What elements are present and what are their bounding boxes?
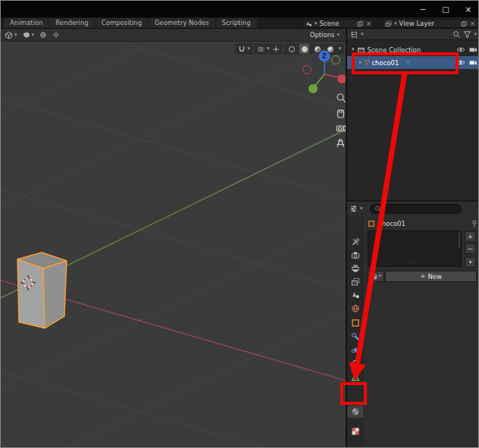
pivot-icon	[52, 31, 60, 39]
search-icon[interactable]	[452, 30, 461, 39]
remove-material-slot-button[interactable]: −	[465, 243, 476, 254]
gizmo-y-ball[interactable]	[308, 84, 318, 93]
constraints-icon	[351, 359, 360, 368]
tab-texture[interactable]	[348, 425, 363, 437]
tab-tool[interactable]	[348, 236, 363, 248]
new-material-button[interactable]: + New	[385, 271, 477, 282]
breadcrumb-object-name: choco01	[378, 220, 405, 227]
duplicate-icon[interactable]	[461, 20, 468, 27]
tool-icon	[351, 237, 360, 246]
object-icon	[368, 220, 375, 227]
chevron-down-icon: ▾	[394, 21, 397, 27]
blender-window: ─ □ × Animation Rendering Compositing Ge…	[0, 0, 479, 448]
material-slots-list[interactable]: ⋯	[368, 230, 462, 267]
visibility-eye-icon[interactable]	[456, 46, 465, 53]
visibility-eye-icon[interactable]	[456, 59, 465, 66]
filter-funnel-icon[interactable]	[463, 30, 471, 39]
perspective-toggle-icon[interactable]	[337, 139, 345, 147]
list-resize-grip[interactable]: ⋯	[368, 260, 461, 266]
gizmo-x-ball[interactable]	[337, 74, 346, 83]
view-layer-value: View Layer	[399, 20, 435, 27]
gizmo-x-neg-ball[interactable]	[303, 66, 312, 74]
pin-icon[interactable]	[471, 220, 478, 228]
move-view-hand-icon[interactable]	[338, 110, 344, 117]
tab-render[interactable]	[348, 249, 363, 262]
list-scrollbar[interactable]	[459, 233, 460, 248]
properties-editor-icon[interactable]	[349, 205, 358, 213]
tab-constraints[interactable]	[348, 358, 363, 370]
collapse-arrow-icon[interactable]: ▾	[352, 47, 355, 52]
outliner-row-scene-collection[interactable]: ▾ Scene Collection	[347, 43, 479, 56]
globe-icon	[39, 31, 47, 39]
material-sphere-icon	[351, 407, 360, 416]
cube-object[interactable]	[17, 252, 67, 328]
chevron-down-icon: ▾	[315, 21, 318, 27]
gizmo-z-label: Z	[322, 53, 327, 60]
render-visibility-camera-icon[interactable]	[468, 59, 477, 66]
tab-output[interactable]	[348, 262, 363, 274]
tab-view-layer[interactable]	[348, 276, 363, 288]
scene-selector[interactable]: ▾ Scene ×	[302, 19, 374, 28]
properties-search-input[interactable]	[384, 205, 452, 212]
tab-physics[interactable]	[348, 344, 363, 356]
output-printer-icon	[351, 264, 360, 273]
zoom-tool-icon[interactable]	[337, 94, 346, 102]
properties-search-box[interactable]	[370, 204, 462, 214]
modifiers-wrench-icon	[351, 332, 360, 341]
scene-properties-icon	[351, 290, 360, 299]
camera-view-icon[interactable]	[337, 126, 346, 132]
tab-compositing[interactable]: Compositing	[95, 18, 148, 28]
chevron-down-icon: ▾	[361, 32, 364, 37]
tab-animation[interactable]: Animation	[4, 18, 49, 28]
outliner-header: ▾ ▾	[347, 29, 479, 40]
viewport-3d: ▾ ▾	[1, 29, 346, 448]
tab-object-data[interactable]	[348, 371, 363, 384]
view-layer-icon	[385, 20, 392, 27]
new-material-label: New	[428, 273, 443, 280]
transform-orientation-button[interactable]	[39, 31, 47, 39]
tab-object[interactable]	[348, 317, 363, 329]
mesh-object-icon: ▽	[365, 59, 370, 66]
tab-rendering[interactable]: Rendering	[49, 18, 94, 28]
chevron-down-icon: ▾	[360, 206, 363, 211]
tab-scripting[interactable]: Scripting	[216, 18, 257, 28]
properties-panel: ▾	[347, 202, 479, 448]
expand-arrow-icon[interactable]: ▸	[359, 60, 362, 65]
viewport-canvas[interactable]: Z	[1, 42, 346, 448]
view-layer-selector[interactable]: ▾ View Layer ×	[382, 19, 478, 28]
outliner-row-choco01[interactable]: ▸ ▽ choco01 ▽	[347, 56, 479, 69]
outliner-editor-icon[interactable]	[350, 30, 358, 39]
tab-world[interactable]	[348, 302, 363, 315]
pivot-point-button[interactable]	[52, 31, 60, 39]
duplicate-icon[interactable]	[357, 20, 364, 27]
render-properties-icon	[351, 251, 360, 260]
unlink-scene-icon[interactable]: ×	[366, 20, 371, 27]
chevron-down-icon: ▾	[337, 33, 340, 38]
maximize-button[interactable]: □	[434, 1, 457, 17]
editor-type-dropdown[interactable]: ▾	[5, 31, 17, 39]
physics-icon	[351, 346, 360, 355]
chevron-down-icon: ▾	[32, 33, 35, 38]
tab-modifiers[interactable]	[348, 331, 363, 343]
browse-material-dropdown[interactable]: ▾	[368, 271, 384, 282]
plus-icon: +	[420, 273, 426, 280]
object-data-icon	[351, 373, 360, 382]
tab-scene[interactable]	[348, 289, 363, 301]
render-visibility-camera-icon[interactable]	[468, 46, 477, 53]
search-icon	[374, 205, 381, 212]
mesh-data-icon: ▽	[405, 60, 410, 66]
add-material-slot-button[interactable]: +	[465, 231, 476, 242]
mode-dropdown[interactable]: ▾	[23, 31, 35, 39]
viewport-editor-icon	[5, 31, 13, 39]
options-dropdown[interactable]: Options ▾	[310, 31, 342, 39]
close-button[interactable]: ×	[457, 1, 479, 17]
scene-icon	[305, 20, 312, 27]
gizmo-y-neg-ball[interactable]	[332, 56, 340, 64]
right-column: ▾ ▾ ▾ Scene Collection	[347, 29, 479, 448]
material-specials-menu-button[interactable]: ▾	[465, 257, 476, 268]
tab-material[interactable]	[347, 406, 363, 418]
grid-lines	[1, 42, 346, 448]
tab-geometry-nodes[interactable]: Geometry Nodes	[149, 18, 215, 28]
minimize-button[interactable]: ─	[412, 1, 434, 17]
remove-view-layer-icon[interactable]: ×	[470, 20, 475, 27]
